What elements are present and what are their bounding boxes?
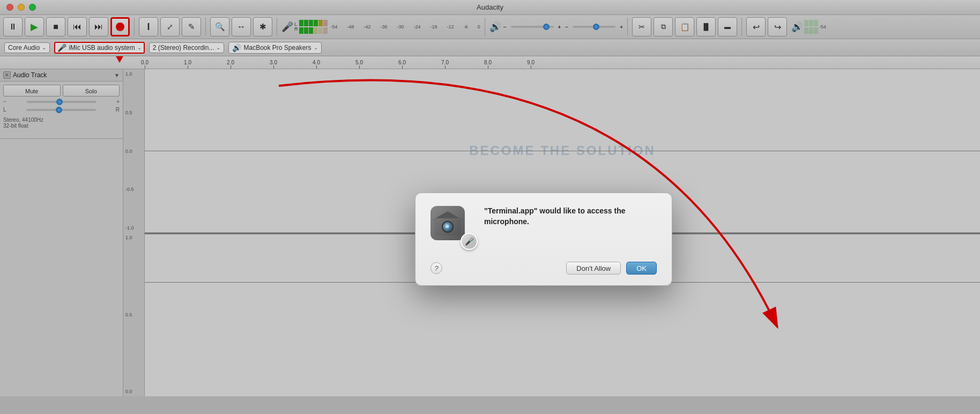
ok-button[interactable]: OK [626, 262, 657, 275]
terminal-app-icon [430, 206, 465, 240]
dialog-icon-container: 🎤 [430, 206, 473, 249]
camera-lens [442, 221, 454, 233]
house-camera-icon [434, 211, 461, 235]
dialog-message: "Terminal.app" would like to access the … [484, 206, 657, 227]
mic-badge-icon: 🎤 [465, 237, 474, 246]
help-button[interactable]: ? [430, 262, 442, 274]
mic-permission-badge: 🎤 [461, 233, 478, 250]
dialog-overlay: 🎤 "Terminal.app" would like to access th… [0, 0, 980, 414]
camera-lens-inner [445, 224, 449, 228]
dialog-content: 🎤 "Terminal.app" would like to access th… [430, 206, 657, 249]
dialog-text: "Terminal.app" would like to access the … [484, 206, 657, 249]
permission-dialog: 🎤 "Terminal.app" would like to access th… [415, 193, 672, 286]
dialog-buttons: ? Don't Allow OK [430, 262, 657, 275]
house-body [434, 218, 461, 235]
dont-allow-button[interactable]: Don't Allow [566, 262, 621, 275]
dialog-button-group: Don't Allow OK [566, 262, 657, 275]
